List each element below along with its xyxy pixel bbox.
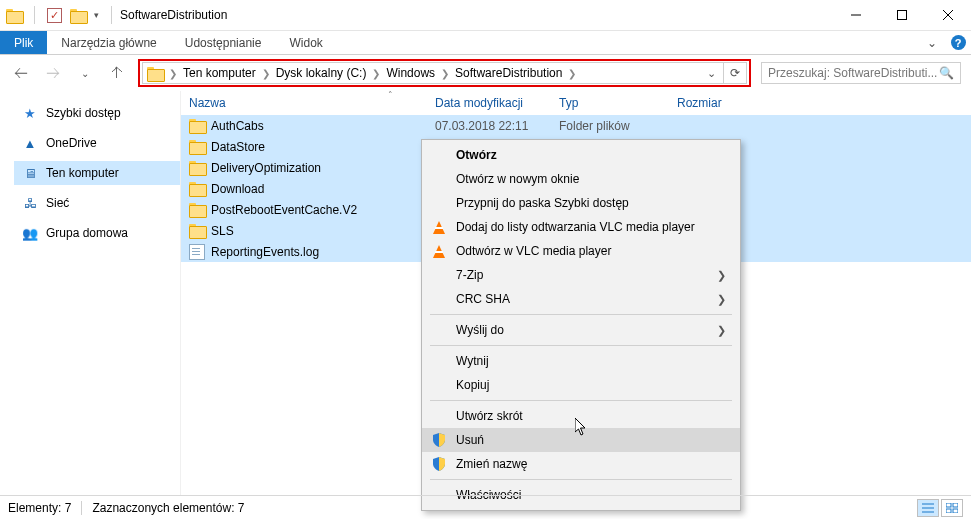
svg-rect-7: [946, 503, 951, 507]
context-menu-label: 7-Zip: [456, 268, 483, 282]
navpane-item[interactable]: ▲ OneDrive: [14, 131, 180, 155]
crumb-swdist[interactable]: SoftwareDistribution: [453, 66, 564, 80]
net-icon: 🖧: [22, 195, 38, 211]
title-bar: ✓ ▾ SoftwareDistribution: [0, 0, 971, 31]
context-menu-separator: [430, 314, 732, 315]
context-menu-item[interactable]: CRC SHA❯: [422, 287, 740, 311]
context-menu-item[interactable]: Przypnij do paska Szybki dostęp: [422, 191, 740, 215]
context-menu-label: Kopiuj: [456, 378, 489, 392]
close-button[interactable]: [925, 0, 971, 31]
search-placeholder: Przeszukaj: SoftwareDistributi...: [768, 66, 937, 80]
monitor-icon: 🖥: [22, 165, 38, 181]
folder-icon: [189, 118, 205, 134]
folder-icon: [189, 139, 205, 155]
submenu-arrow-icon: ❯: [717, 324, 726, 337]
view-large-icons-button[interactable]: [941, 499, 963, 517]
help-button[interactable]: ?: [945, 31, 971, 54]
sort-caret-icon: ˄: [388, 90, 393, 100]
navpane-item-label: Grupa domowa: [46, 226, 128, 240]
star-icon: ★: [22, 105, 38, 121]
ribbon-tab-home[interactable]: Narzędzia główne: [47, 31, 170, 54]
view-details-button[interactable]: [917, 499, 939, 517]
file-name: ReportingEvents.log: [211, 245, 435, 259]
context-menu-item[interactable]: 7-Zip❯: [422, 263, 740, 287]
folder-icon: [189, 181, 205, 197]
status-items-label: Elementy:: [8, 501, 61, 515]
context-menu-item[interactable]: Zmień nazwę: [422, 452, 740, 476]
refresh-button[interactable]: ⟳: [723, 62, 747, 84]
crumb-sep[interactable]: ❯: [258, 68, 274, 79]
context-menu-label: Otwórz: [456, 148, 497, 162]
file-type: Folder plików: [559, 119, 677, 133]
nav-recent-dropdown[interactable]: ⌄: [74, 62, 96, 84]
context-menu-item[interactable]: Otwórz w nowym oknie: [422, 167, 740, 191]
context-menu-label: Wyślij do: [456, 323, 504, 337]
folder-icon: [189, 223, 205, 239]
address-bar[interactable]: ❯ Ten komputer ❯ Dysk lokalny (C:) ❯ Win…: [142, 62, 700, 84]
nav-forward-button[interactable]: 🡢: [42, 62, 64, 84]
crumb-drive[interactable]: Dysk lokalny (C:): [274, 66, 369, 80]
status-selected-count: 7: [238, 501, 245, 515]
context-menu-item[interactable]: Wyślij do❯: [422, 318, 740, 342]
submenu-arrow-icon: ❯: [717, 293, 726, 306]
navpane-item[interactable]: 🖧 Sieć: [14, 191, 180, 215]
context-menu-item[interactable]: Wytnij: [422, 349, 740, 373]
qat-properties-icon[interactable]: ✓: [47, 8, 62, 23]
column-header-name[interactable]: Nazwa˄: [189, 96, 435, 110]
navpane-item-label: Ten komputer: [46, 166, 119, 180]
address-bar-highlight: ❯ Ten komputer ❯ Dysk lokalny (C:) ❯ Win…: [138, 59, 751, 87]
crumb-sep[interactable]: ❯: [165, 68, 181, 79]
qat-newfolder-icon[interactable]: [70, 8, 86, 22]
context-menu-label: Dodaj do listy odtwarzania VLC media pla…: [456, 220, 695, 234]
search-input[interactable]: Przeszukaj: SoftwareDistributi... 🔍: [761, 62, 961, 84]
crumb-windows[interactable]: Windows: [384, 66, 437, 80]
context-menu-item[interactable]: Kopiuj: [422, 373, 740, 397]
context-menu-item[interactable]: Dodaj do listy odtwarzania VLC media pla…: [422, 215, 740, 239]
column-header-date[interactable]: Data modyfikacji: [435, 96, 559, 110]
context-menu-label: Zmień nazwę: [456, 457, 527, 471]
navpane-item[interactable]: 👥 Grupa domowa: [14, 221, 180, 245]
context-menu-label: Odtwórz w VLC media player: [456, 244, 611, 258]
file-row[interactable]: AuthCabs07.03.2018 22:11Folder plików: [181, 115, 971, 136]
crumb-sep[interactable]: ❯: [437, 68, 453, 79]
column-header-size[interactable]: Rozmiar: [677, 96, 757, 110]
folder-icon: [189, 202, 205, 218]
nav-up-button[interactable]: 🡡: [106, 62, 128, 84]
ribbon-expand-icon[interactable]: ⌄: [919, 31, 945, 54]
qat-customize-icon[interactable]: ▾: [94, 10, 99, 20]
maximize-button[interactable]: [879, 0, 925, 31]
column-header-type[interactable]: Typ: [559, 96, 677, 110]
vlc-icon: [430, 242, 448, 260]
nav-back-button[interactable]: 🡠: [10, 62, 32, 84]
crumb-sep[interactable]: ❯: [368, 68, 384, 79]
navpane-item-label: Szybki dostęp: [46, 106, 121, 120]
file-icon: [189, 244, 205, 260]
file-name: PostRebootEventCache.V2: [211, 203, 435, 217]
context-menu-label: Otwórz w nowym oknie: [456, 172, 579, 186]
navpane-item[interactable]: ★ Szybki dostęp: [14, 101, 180, 125]
shield-icon: [430, 455, 448, 473]
context-menu-separator: [430, 400, 732, 401]
ribbon-tab-file[interactable]: Plik: [0, 31, 47, 54]
context-menu-item[interactable]: Otwórz: [422, 143, 740, 167]
context-menu-item[interactable]: Usuń: [422, 428, 740, 452]
context-menu-label: Przypnij do paska Szybki dostęp: [456, 196, 629, 210]
navigation-pane: ★ Szybki dostęp▲ OneDrive🖥 Ten komputer🖧…: [0, 91, 180, 495]
minimize-button[interactable]: [833, 0, 879, 31]
vlc-icon: [430, 218, 448, 236]
address-dropdown-button[interactable]: ⌄: [700, 62, 724, 84]
context-menu-item[interactable]: Utwórz skrót: [422, 404, 740, 428]
file-name: Download: [211, 182, 435, 196]
crumb-sep[interactable]: ❯: [564, 68, 580, 79]
quick-access-toolbar: ✓ ▾: [0, 6, 116, 24]
svg-rect-8: [953, 503, 958, 507]
navpane-item[interactable]: 🖥 Ten komputer: [14, 161, 180, 185]
crumb-thispc[interactable]: Ten komputer: [181, 66, 258, 80]
column-headers: Nazwa˄ Data modyfikacji Typ Rozmiar: [181, 91, 971, 115]
ribbon-tab-view[interactable]: Widok: [275, 31, 336, 54]
qat-divider-2: [111, 6, 112, 24]
ribbon-tab-share[interactable]: Udostępnianie: [171, 31, 276, 54]
context-menu-item[interactable]: Odtwórz w VLC media player: [422, 239, 740, 263]
status-divider: [81, 501, 82, 515]
address-folder-icon: [147, 66, 163, 80]
